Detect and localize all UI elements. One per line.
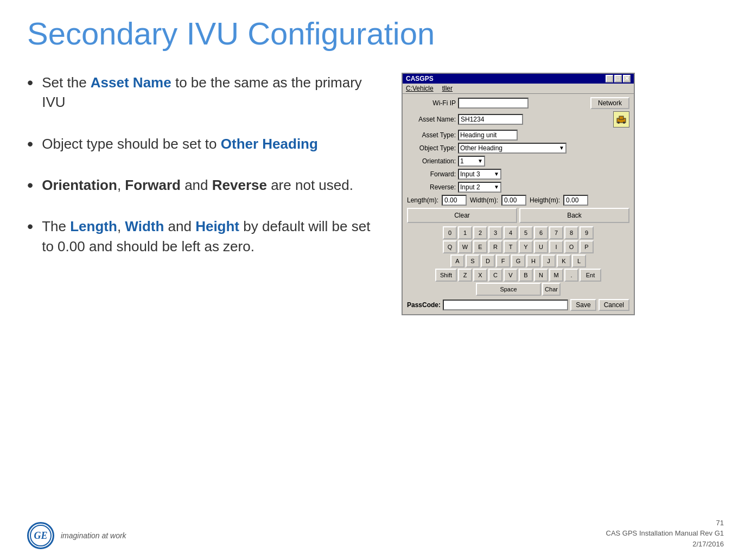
cancel-button[interactable]: Cancel: [599, 299, 629, 311]
close-button[interactable]: ✕: [623, 75, 631, 82]
key-J[interactable]: J: [542, 254, 556, 268]
char-key[interactable]: Char: [542, 283, 561, 296]
reverse-row: Reverse: Input 2 ▼: [407, 182, 629, 193]
height-input[interactable]: [563, 195, 588, 206]
width-input[interactable]: [501, 195, 526, 206]
manual-name: CAS GPS Installation Manual Rev G1: [606, 528, 724, 539]
bullet-text-4: The Length, Width and Height by default …: [42, 217, 380, 256]
length-input[interactable]: [442, 195, 467, 206]
key-Z[interactable]: Z: [458, 269, 472, 282]
asset-name-input[interactable]: [458, 114, 523, 125]
key-A[interactable]: A: [450, 254, 464, 268]
key-M[interactable]: M: [549, 269, 563, 282]
forward-value: Input 3: [460, 170, 480, 178]
asset-type-value: Heading unit: [460, 131, 497, 139]
key-period[interactable]: .: [564, 269, 578, 282]
key-V[interactable]: V: [504, 269, 518, 282]
passcode-label: PassCode:: [407, 301, 441, 309]
key-N[interactable]: N: [534, 269, 548, 282]
key-H[interactable]: H: [526, 254, 540, 268]
asset-name-label: Asset Name:: [407, 116, 456, 123]
wifi-row: Wi-Fi IP Network: [407, 97, 629, 109]
reverse-value: Input 2: [460, 183, 480, 191]
dimensions-row: Length(m): Width(m): Heigth(m):: [407, 195, 629, 206]
bullet-dot: •: [27, 218, 33, 235]
key-T[interactable]: T: [504, 240, 518, 253]
list-item: • Set the Asset Name to be the same as t…: [27, 73, 380, 112]
key-K[interactable]: K: [557, 254, 571, 268]
key-I[interactable]: I: [549, 240, 563, 253]
ge-tagline: imagination at work: [61, 531, 126, 540]
clear-button[interactable]: Clear: [407, 208, 517, 223]
menu-tller[interactable]: tller: [442, 85, 453, 92]
asset-type-dropdown[interactable]: Heading unit: [458, 130, 518, 141]
asset-name-row: Asset Name:: [407, 111, 629, 128]
ge-logo: GE imagination at work: [27, 522, 126, 549]
menu-vehicle[interactable]: C:Vehicle: [406, 85, 434, 92]
bullet-dot: •: [27, 176, 33, 194]
space-key[interactable]: Space: [476, 283, 541, 296]
key-Y[interactable]: Y: [519, 240, 533, 253]
key-D[interactable]: D: [481, 254, 495, 268]
svg-point-2: [618, 122, 620, 124]
key-G[interactable]: G: [511, 254, 525, 268]
key-S[interactable]: S: [466, 254, 480, 268]
footer-date: 2/17/2016: [606, 539, 724, 550]
panel-menubar: C:Vehicle tller: [403, 84, 634, 94]
reverse-dropdown[interactable]: Input 2 ▼: [458, 182, 501, 193]
orientation-dropdown[interactable]: 1 ▼: [458, 156, 485, 167]
clear-back-row: Clear Back: [407, 208, 629, 223]
key-X[interactable]: X: [473, 269, 487, 282]
height-label: Heigth(m):: [530, 196, 560, 204]
ui-panel: CASGPS _ □ ✕ C:Vehicle tller Wi-Fi IP Ne…: [402, 73, 635, 315]
content-area: • Set the Asset Name to be the same as t…: [0, 62, 751, 326]
passcode-row: PassCode: Save Cancel: [407, 299, 629, 311]
key-W[interactable]: W: [458, 240, 472, 253]
svg-point-3: [623, 122, 625, 124]
asset-type-row: Asset Type: Heading unit: [407, 130, 629, 141]
forward-dropdown[interactable]: Input 3 ▼: [458, 169, 501, 180]
passcode-input[interactable]: [443, 300, 568, 310]
key-0[interactable]: 0: [443, 226, 457, 239]
minimize-button[interactable]: _: [606, 75, 613, 82]
key-6[interactable]: 6: [534, 226, 548, 239]
network-button[interactable]: Network: [590, 97, 629, 109]
key-L[interactable]: L: [572, 254, 586, 268]
maximize-button[interactable]: □: [614, 75, 622, 82]
key-B[interactable]: B: [519, 269, 533, 282]
key-R[interactable]: R: [488, 240, 502, 253]
save-button[interactable]: Save: [570, 299, 596, 311]
key-9[interactable]: 9: [580, 226, 594, 239]
key-O[interactable]: O: [564, 240, 578, 253]
key-E[interactable]: E: [473, 240, 487, 253]
page-number: 71: [606, 518, 724, 529]
key-C[interactable]: C: [488, 269, 502, 282]
shift-key[interactable]: Shift: [435, 269, 457, 282]
dropdown-arrow-icon: ▼: [494, 171, 499, 177]
orientation-row: Orientation: 1 ▼: [407, 156, 629, 167]
key-F[interactable]: F: [496, 254, 510, 268]
wifi-input[interactable]: [458, 98, 529, 109]
svg-rect-1: [619, 116, 623, 119]
key-2[interactable]: 2: [473, 226, 487, 239]
key-U[interactable]: U: [534, 240, 548, 253]
keypad: 0 1 2 3 4 5 6 7 8 9 Q W E R T: [407, 226, 629, 296]
key-4[interactable]: 4: [504, 226, 518, 239]
key-1[interactable]: 1: [458, 226, 472, 239]
key-5[interactable]: 5: [519, 226, 533, 239]
key-row-space: Space Char: [407, 283, 629, 296]
page-title: Secondary IVU Configuration: [0, 0, 751, 62]
key-3[interactable]: 3: [488, 226, 502, 239]
back-button[interactable]: Back: [519, 208, 629, 223]
asset-type-label: Asset Type:: [407, 131, 456, 139]
object-type-dropdown[interactable]: Other Heading ▼: [458, 143, 567, 154]
forward-label: Forward:: [407, 170, 456, 178]
key-Q[interactable]: Q: [443, 240, 457, 253]
key-P[interactable]: P: [580, 240, 594, 253]
key-8[interactable]: 8: [564, 226, 578, 239]
reverse-label: Reverse:: [407, 183, 456, 191]
orientation-value: 1: [460, 157, 464, 165]
key-7[interactable]: 7: [549, 226, 563, 239]
enter-key[interactable]: Ent: [580, 269, 601, 282]
width-label: Width(m):: [470, 196, 498, 204]
